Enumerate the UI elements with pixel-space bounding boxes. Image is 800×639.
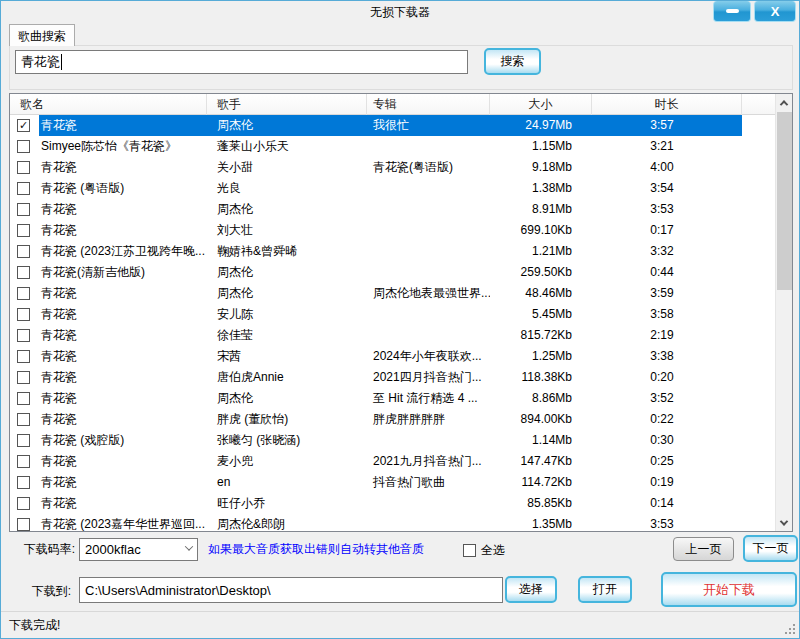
row-checkbox-cell[interactable] [10, 476, 39, 489]
row-checkbox[interactable] [17, 476, 30, 489]
row-checkbox-cell[interactable] [10, 413, 39, 426]
row-checkbox-cell[interactable] [10, 329, 39, 342]
row-checkbox-cell[interactable] [10, 497, 39, 510]
bitrate-select[interactable]: 2000kflac [79, 538, 198, 561]
row-checkbox-cell[interactable] [10, 140, 39, 153]
choose-folder-button[interactable]: 选择 [505, 576, 557, 603]
table-row[interactable]: 青花瓷(清新吉他版) 周杰伦 259.50Kb 0:44 [10, 262, 775, 283]
row-checkbox[interactable] [17, 329, 30, 342]
minimize-button[interactable] [713, 1, 751, 22]
cell-duration: 4:00 [592, 157, 742, 178]
table-row[interactable]: 青花瓷 刘大壮 699.10Kb 0:17 [10, 220, 775, 241]
row-checkbox[interactable] [17, 287, 30, 300]
row-checkbox[interactable] [17, 413, 30, 426]
open-folder-button[interactable]: 打开 [578, 576, 632, 603]
cell-song-name: 青花瓷 [39, 409, 207, 430]
row-checkbox[interactable] [17, 161, 30, 174]
cell-artist: 唐伯虎Annie [207, 367, 367, 388]
header-song-name[interactable]: 歌名 [10, 94, 207, 115]
start-download-button[interactable]: 开始下载 [661, 572, 797, 607]
row-checkbox[interactable]: ✓ [17, 119, 30, 132]
table-row[interactable]: 青花瓷 周杰伦 周杰伦地表最强世界... 48.46Mb 3:59 [10, 283, 775, 304]
table-row[interactable]: 青花瓷 (2023江苏卫视跨年晚... 鞠婧祎&曾舜晞 1.21Mb 3:32 [10, 241, 775, 262]
table-row[interactable]: 青花瓷 麦小兜 2021九月抖音热门... 147.47Kb 0:25 [10, 451, 775, 472]
header-size[interactable]: 大小 [490, 94, 592, 115]
cell-size: 85.85Kb [490, 493, 592, 514]
row-checkbox[interactable] [17, 497, 30, 510]
select-all-checkbox[interactable] [463, 544, 476, 557]
row-checkbox-cell[interactable] [10, 308, 39, 321]
close-button[interactable]: X [754, 1, 796, 22]
tab-song-search[interactable]: 歌曲搜索 [9, 24, 75, 46]
table-row[interactable]: 青花瓷 (戏腔版) 张曦匀 (张晓涵) 1.14Mb 0:30 [10, 430, 775, 451]
row-checkbox[interactable] [17, 308, 30, 321]
row-checkbox[interactable] [17, 140, 30, 153]
cell-song-name: Simyee陈芯怡《青花瓷》 [39, 136, 207, 157]
table-row[interactable]: 青花瓷 安儿陈 5.45Mb 3:58 [10, 304, 775, 325]
row-checkbox[interactable] [17, 455, 30, 468]
table-row[interactable]: Simyee陈芯怡《青花瓷》 蓬莱山小乐天 1.15Mb 3:21 [10, 136, 775, 157]
table-row[interactable]: 青花瓷 唐伯虎Annie 2021四月抖音热门... 118.38Kb 0:20 [10, 367, 775, 388]
row-checkbox-cell[interactable] [10, 455, 39, 468]
table-row[interactable]: 青花瓷 en 抖音热门歌曲 114.72Kb 0:19 [10, 472, 775, 493]
cell-album: 我很忙 [367, 115, 490, 136]
table-row[interactable]: ✓ 青花瓷 周杰伦 我很忙 24.97Mb 3:57 [10, 115, 775, 136]
cell-song-name: 青花瓷 (粤语版) [39, 178, 207, 199]
cell-song-name: 青花瓷 (2023嘉年华世界巡回... [39, 514, 207, 531]
row-checkbox[interactable] [17, 203, 30, 216]
destination-path-input[interactable]: C:\Users\Administrator\Desktop\ [79, 577, 503, 603]
resize-grip-icon[interactable] [793, 632, 795, 634]
header-album[interactable]: 专辑 [367, 94, 490, 115]
cell-album [367, 178, 490, 199]
row-checkbox-cell[interactable] [10, 203, 39, 216]
scroll-up-icon[interactable] [776, 94, 792, 111]
row-checkbox[interactable] [17, 224, 30, 237]
row-checkbox[interactable] [17, 518, 30, 531]
row-checkbox-cell[interactable] [10, 224, 39, 237]
select-all-control[interactable]: 全选 [463, 542, 505, 559]
row-checkbox-cell[interactable] [10, 371, 39, 384]
search-button[interactable]: 搜索 [484, 48, 541, 75]
header-duration[interactable]: 时长 [592, 94, 742, 115]
table-row[interactable]: 青花瓷 旺仔小乔 85.85Kb 0:14 [10, 493, 775, 514]
search-input[interactable]: 青花瓷 [15, 50, 468, 74]
row-checkbox-cell[interactable] [10, 287, 39, 300]
row-checkbox-cell[interactable] [10, 350, 39, 363]
table-row[interactable]: 青花瓷 (粤语版) 光良 1.38Mb 3:54 [10, 178, 775, 199]
title-bar: 无损下载器 X [1, 1, 799, 23]
table-row[interactable]: 青花瓷 关小甜 青花瓷(粤语版) 9.18Mb 4:00 [10, 157, 775, 178]
row-checkbox-cell[interactable] [10, 392, 39, 405]
row-content: 青花瓷 周杰伦 至 Hit 流行精选 4 ... 8.86Mb 3:52 [39, 388, 742, 409]
row-checkbox[interactable] [17, 266, 30, 279]
cell-size: 118.38Kb [490, 367, 592, 388]
header-artist[interactable]: 歌手 [207, 94, 367, 115]
row-checkbox-cell[interactable] [10, 182, 39, 195]
cell-song-name: 青花瓷 [39, 199, 207, 220]
scroll-down-icon[interactable] [776, 514, 792, 531]
table-row[interactable]: 青花瓷 周杰伦 至 Hit 流行精选 4 ... 8.86Mb 3:52 [10, 388, 775, 409]
row-checkbox[interactable] [17, 350, 30, 363]
row-checkbox[interactable] [17, 182, 30, 195]
table-row[interactable]: 青花瓷 徐佳莹 815.72Kb 2:19 [10, 325, 775, 346]
row-checkbox-cell[interactable] [10, 161, 39, 174]
row-checkbox-cell[interactable] [10, 245, 39, 258]
row-checkbox-cell[interactable] [10, 266, 39, 279]
scrollbar-thumb[interactable] [777, 112, 792, 290]
table-row[interactable]: 青花瓷 宋茜 2024年小年夜联欢... 1.25Mb 3:38 [10, 346, 775, 367]
row-checkbox[interactable] [17, 245, 30, 258]
cell-size: 894.00Kb [490, 409, 592, 430]
row-checkbox[interactable] [17, 434, 30, 447]
prev-page-button[interactable]: 上一页 [673, 537, 734, 561]
table-row[interactable]: 青花瓷 胖虎 (董欣怡) 胖虎胖胖胖胖 894.00Kb 0:22 [10, 409, 775, 430]
row-checkbox-cell[interactable] [10, 518, 39, 531]
row-checkbox[interactable] [17, 392, 30, 405]
table-row[interactable]: 青花瓷 周杰伦 8.91Mb 3:53 [10, 199, 775, 220]
row-checkbox-cell[interactable] [10, 434, 39, 447]
vertical-scrollbar[interactable] [775, 94, 792, 531]
next-page-button[interactable]: 下一页 [743, 535, 798, 562]
search-input-value: 青花瓷 [21, 53, 60, 71]
row-checkbox-cell[interactable]: ✓ [10, 119, 39, 132]
cell-album [367, 493, 490, 514]
table-row[interactable]: 青花瓷 (2023嘉年华世界巡回... 周杰伦&郎朗 1.35Mb 3:53 [10, 514, 775, 531]
row-checkbox[interactable] [17, 371, 30, 384]
